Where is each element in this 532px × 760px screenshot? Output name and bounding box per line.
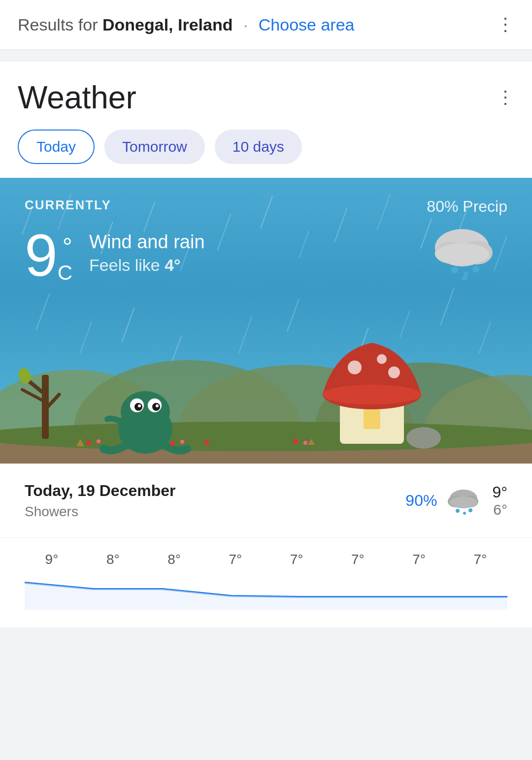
svg-point-48 (450, 496, 477, 508)
hourly-temp-4: 7° (269, 552, 324, 567)
hourly-temp-0: 9° (25, 552, 79, 567)
tab-tomorrow[interactable]: Tomorrow (104, 130, 205, 164)
today-temp-range: 9° 6° (492, 483, 507, 518)
results-for-label: Results for (18, 15, 102, 34)
location-name: Donegal, Ireland (102, 15, 233, 34)
today-right: 90% 9° 6° (405, 483, 507, 518)
svg-point-49 (456, 509, 460, 513)
scene-illustration (0, 286, 532, 463)
today-info: Today, 19 December Showers (25, 482, 176, 520)
hourly-chart: 9° 8° 8° 7° 7° 7° 7° 7° (0, 537, 532, 628)
today-summary: Today, 19 December Showers 90% 9° 6° (0, 463, 532, 537)
hourly-line-chart (25, 575, 507, 610)
svg-point-32 (348, 361, 362, 374)
weather-title: Weather (18, 79, 136, 116)
tab-10days[interactable]: 10 days (215, 130, 302, 164)
svg-point-50 (463, 512, 466, 515)
hourly-temp-2: 8° (147, 552, 201, 567)
today-precip-pct: 90% (405, 492, 437, 510)
top-bar: Results for Donegal, Ireland · Choose ar… (0, 0, 532, 50)
svg-point-36 (86, 440, 91, 445)
hourly-temp-3: 7° (208, 552, 263, 567)
svg-point-51 (468, 508, 472, 512)
separator: · (238, 15, 252, 34)
weather-header: Weather ⋮ (18, 79, 514, 116)
today-temp-high: 9° (492, 483, 507, 501)
svg-point-39 (180, 440, 184, 444)
choose-area-link[interactable]: Choose area (259, 15, 355, 34)
hourly-temp-7: 7° (453, 552, 507, 567)
svg-point-37 (97, 439, 100, 443)
weather-menu-icon[interactable]: ⋮ (497, 87, 514, 108)
location-info: Results for Donegal, Ireland · Choose ar… (18, 14, 354, 35)
svg-point-31 (323, 385, 421, 404)
today-cloud-icon (445, 485, 484, 517)
weather-card: Weather ⋮ Today Tomorrow 10 days CURRENT… (0, 62, 532, 628)
topbar-menu-icon[interactable]: ⋮ (497, 14, 514, 35)
svg-point-41 (293, 439, 298, 444)
today-condition: Showers (25, 504, 176, 520)
weather-tabs: Today Tomorrow 10 days (18, 130, 514, 164)
svg-point-34 (388, 366, 400, 378)
svg-point-35 (406, 427, 441, 449)
svg-point-27 (156, 404, 159, 407)
weather-illustration: CURRENTLY 9° C Wind and rain Feels like … (0, 178, 532, 463)
today-temp-low: 6° (493, 501, 507, 518)
tab-today[interactable]: Today (18, 130, 95, 164)
hourly-temps: 9° 8° 8° 7° 7° 7° 7° 7° (25, 552, 507, 567)
svg-point-14 (0, 422, 532, 451)
svg-rect-29 (364, 409, 380, 429)
svg-point-26 (138, 404, 141, 407)
svg-point-40 (204, 440, 209, 445)
svg-point-21 (121, 391, 170, 432)
svg-point-42 (303, 441, 307, 445)
svg-point-33 (377, 354, 387, 364)
hourly-temp-6: 7° (392, 552, 446, 567)
svg-point-38 (170, 441, 175, 446)
today-date: Today, 19 December (25, 482, 176, 500)
hourly-temp-1: 8° (86, 552, 140, 567)
hourly-temp-5: 7° (331, 552, 385, 567)
